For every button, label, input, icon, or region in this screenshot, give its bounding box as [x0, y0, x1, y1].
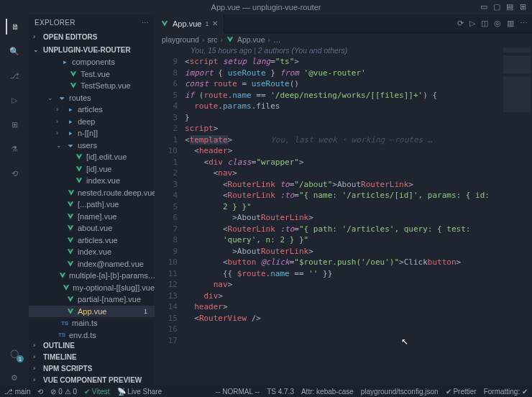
prettier-status[interactable]: ✔ Prettier — [446, 388, 477, 396]
minimap[interactable] — [503, 47, 531, 112]
section-vue-preview[interactable]: ›VUE COMPONENT PREVIEW — [29, 374, 155, 385]
sidebar-bottom-sections: ›OUTLINE ›TIMELINE ›NPM SCRIPTS ›VUE COM… — [29, 339, 155, 385]
ts-icon: TS — [60, 320, 69, 327]
folder-icon: ▸ — [66, 118, 75, 125]
tree-item[interactable]: TSenv.d.ts — [29, 329, 155, 340]
tree-item[interactable]: [id].edit.vue — [29, 151, 155, 163]
tree-item[interactable]: index.vue — [29, 175, 155, 187]
activity-bar: 🗎 🔍 ⎇ ▷ ⊞ ⚗ ⟲ ◯ ⚙ — [0, 14, 29, 385]
window-titlebar: App.vue — unplugin-vue-router ▭ ▢ ▤ ⊞ — [0, 0, 532, 14]
branch-indicator[interactable]: ⎇ main — [4, 388, 30, 396]
run-debug-icon[interactable]: ▷ — [6, 92, 22, 108]
liveshare-status[interactable]: 📡 Live Share — [117, 388, 162, 396]
vue-icon — [66, 237, 75, 244]
tree-item-label: App.vue — [78, 307, 106, 316]
source-control-icon[interactable]: ⎇ — [6, 68, 22, 83]
panel-icon[interactable]: ⊞ — [518, 2, 528, 12]
tree-item[interactable]: ›▸n-[[n]] — [29, 127, 155, 140]
breadcrumb[interactable]: playground› src› App.vue› … — [155, 33, 532, 46]
tree-item[interactable]: partial-[name].vue — [29, 293, 155, 306]
tree-item[interactable]: [...path].vue — [29, 198, 155, 211]
sync-icon[interactable]: ⟳ — [457, 19, 464, 28]
remote-icon[interactable]: ⟲ — [6, 165, 22, 181]
tree-item-label: routes — [69, 93, 91, 102]
account-icon[interactable]: ◯ — [6, 345, 22, 361]
formatting-status[interactable]: Formatting: ✔ — [484, 388, 528, 396]
tree-item-label: users — [78, 141, 97, 150]
tree-item[interactable]: multiple-[a]-[b]-params.… — [29, 270, 155, 282]
vitest-status[interactable]: ✔ Vitest — [84, 388, 110, 396]
file-tree: ›OPEN EDITORS ⌄UNPLUGIN-VUE-ROUTER ▸comp… — [29, 30, 155, 339]
more-icon[interactable]: ⋯ — [142, 19, 149, 27]
line-gutter: 98654321101234567891011121314151617 — [155, 56, 185, 385]
tree-item-label: about.vue — [78, 224, 112, 232]
columns-icon[interactable]: ◫ — [481, 19, 488, 28]
folder-icon: ▸ — [66, 106, 75, 113]
tree-item[interactable]: Test.vue — [29, 68, 155, 81]
tree-item-label: multiple-[a]-[b]-params.… — [69, 271, 155, 280]
tree-item[interactable]: ⌄🞃users — [29, 140, 155, 152]
section-outline[interactable]: ›OUTLINE — [29, 339, 155, 351]
tree-item[interactable]: App.vue1 — [29, 306, 155, 318]
section-project[interactable]: ⌄UNPLUGIN-VUE-ROUTER — [29, 43, 155, 56]
sync-icon[interactable]: ⟲ — [37, 388, 43, 396]
compass-icon[interactable]: ◎ — [494, 19, 501, 28]
test-icon[interactable]: ⚗ — [6, 141, 22, 157]
section-npm[interactable]: ›NPM SCRIPTS — [29, 362, 155, 374]
modified-badge: 1 — [144, 308, 147, 315]
panel-icon[interactable]: ▢ — [492, 2, 502, 12]
folder-icon: ▸ — [66, 129, 75, 137]
tree-item[interactable]: articles.vue — [29, 234, 155, 247]
tree-item[interactable]: [name].vue — [29, 211, 155, 223]
vue-icon — [75, 165, 83, 173]
tree-item[interactable]: [id].vue — [29, 163, 155, 175]
tree-item[interactable]: index.vue — [29, 246, 155, 258]
run-icon[interactable]: ▷ — [469, 19, 475, 28]
ts-version[interactable]: TS 4.7.3 — [267, 388, 294, 396]
code-area[interactable]: 98654321101234567891011121314151617 <scr… — [155, 56, 532, 385]
window-title: App.vue — unplugin-vue-router — [211, 3, 321, 12]
tree-item[interactable]: TestSetup.vue — [29, 80, 155, 92]
extensions-icon[interactable]: ⊞ — [6, 117, 22, 132]
section-open-editors[interactable]: ›OPEN EDITORS — [29, 30, 155, 43]
tree-item-label: n-[[n]] — [78, 129, 98, 137]
layout-controls[interactable]: ▭ ▢ ▤ ⊞ — [479, 2, 528, 12]
vue-icon — [59, 272, 66, 279]
tree-item-label: Test.vue — [81, 70, 110, 78]
search-icon[interactable]: 🔍 — [6, 43, 22, 59]
tab-bar: App.vue 1 ✕ ⟳ ▷ ◫ ◎ ▥ ⋯ — [155, 14, 532, 33]
tree-item[interactable]: index@named.vue — [29, 258, 155, 270]
vue-icon — [66, 224, 75, 232]
tree-item[interactable]: ›▸articles — [29, 104, 155, 116]
code-body[interactable]: <script setup lang="ts">import { useRout… — [185, 56, 532, 385]
settings-gear-icon[interactable]: ⚙ — [6, 370, 22, 385]
vue-icon — [66, 201, 75, 208]
panel-icon[interactable]: ▭ — [479, 2, 489, 12]
close-icon[interactable]: ✕ — [212, 19, 218, 27]
tree-item[interactable]: ›▸deep — [29, 116, 155, 128]
tab-label: App.vue — [173, 19, 201, 28]
tree-item-label: components — [72, 58, 115, 66]
explorer-icon[interactable]: 🗎 — [6, 19, 22, 35]
sidebar-header: EXPLORER ⋯ — [29, 14, 155, 30]
tree-item[interactable]: about.vue — [29, 222, 155, 234]
section-timeline[interactable]: ›TIMELINE — [29, 351, 155, 362]
tree-item[interactable]: TSmain.ts — [29, 317, 155, 329]
tree-item[interactable]: ⌄🞃routes — [29, 92, 155, 104]
tree-item-label: my-optional-[[slug]].vue — [73, 283, 155, 292]
tab-app-vue[interactable]: App.vue 1 ✕ — [155, 14, 224, 33]
vue-icon — [69, 70, 78, 78]
tree-item[interactable]: nested.route.deep.vue — [29, 187, 155, 199]
tree-item-label: nested.route.deep.vue — [78, 188, 155, 197]
attr-case[interactable]: Attr: kebab-case — [301, 388, 354, 396]
tsconfig[interactable]: playground/tsconfig.json — [361, 388, 439, 396]
tree-item[interactable]: ▸components — [29, 56, 155, 68]
tree-item-label: deep — [78, 117, 95, 126]
panel-icon[interactable]: ▤ — [505, 2, 515, 12]
more-icon[interactable]: ⋯ — [520, 19, 528, 28]
editor: App.vue 1 ✕ ⟳ ▷ ◫ ◎ ▥ ⋯ playground› src›… — [155, 14, 532, 385]
tree-item-label: main.ts — [72, 319, 97, 327]
problems[interactable]: ⊘ 0 ⚠ 0 — [50, 388, 76, 396]
tree-item[interactable]: my-optional-[[slug]].vue — [29, 282, 155, 294]
split-icon[interactable]: ▥ — [507, 19, 514, 28]
